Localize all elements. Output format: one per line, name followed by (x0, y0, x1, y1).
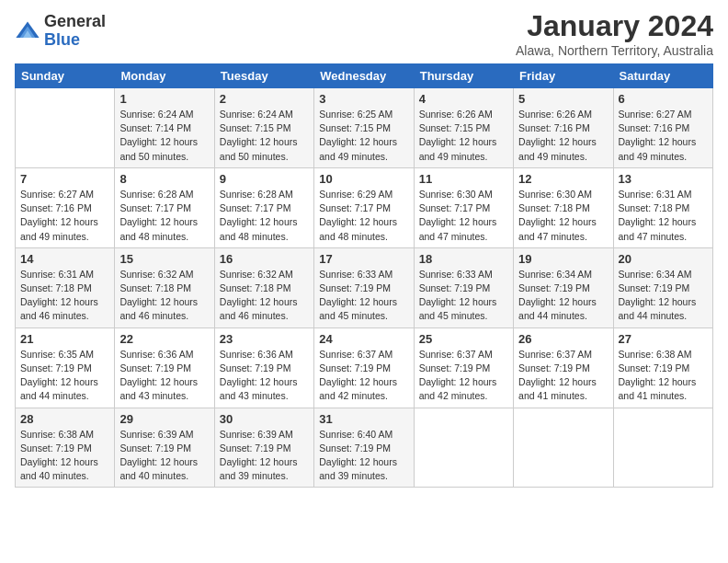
cell-day: 5Sunrise: 6:26 AMSunset: 7:16 PMDaylight… (514, 88, 613, 168)
cell-info: Sunrise: 6:24 AMSunset: 7:15 PMDaylight:… (220, 108, 309, 164)
title-block: January 2024 Alawa, Northern Territory, … (516, 9, 713, 58)
cell-info: Sunrise: 6:38 AMSunset: 7:19 PMDaylight:… (619, 348, 708, 404)
cell-day (16, 88, 115, 168)
cell-day (613, 408, 712, 488)
day-number: 30 (220, 412, 309, 426)
day-number: 21 (20, 332, 109, 346)
cell-info: Sunrise: 6:25 AMSunset: 7:15 PMDaylight:… (319, 108, 408, 164)
cell-info: Sunrise: 6:30 AMSunset: 7:17 PMDaylight:… (419, 188, 508, 244)
cell-info: Sunrise: 6:40 AMSunset: 7:19 PMDaylight:… (319, 428, 408, 484)
cell-day: 27Sunrise: 6:38 AMSunset: 7:19 PMDayligh… (613, 327, 712, 408)
day-number: 27 (619, 332, 708, 346)
day-number: 26 (518, 332, 608, 346)
day-number: 19 (518, 252, 608, 266)
cell-info: Sunrise: 6:33 AMSunset: 7:19 PMDaylight:… (419, 268, 508, 324)
cell-info: Sunrise: 6:36 AMSunset: 7:19 PMDaylight:… (119, 348, 209, 404)
cell-day: 12Sunrise: 6:30 AMSunset: 7:18 PMDayligh… (514, 167, 613, 247)
day-number: 2 (220, 92, 309, 106)
cell-day: 30Sunrise: 6:39 AMSunset: 7:19 PMDayligh… (214, 408, 313, 488)
cell-info: Sunrise: 6:27 AMSunset: 7:16 PMDaylight:… (619, 108, 708, 164)
cell-day (414, 408, 513, 488)
cell-day: 8Sunrise: 6:28 AMSunset: 7:17 PMDaylight… (115, 167, 214, 247)
day-number: 9 (220, 172, 309, 186)
cell-day: 21Sunrise: 6:35 AMSunset: 7:19 PMDayligh… (16, 327, 115, 408)
cell-info: Sunrise: 6:27 AMSunset: 7:16 PMDaylight:… (20, 188, 109, 244)
logo-icon (15, 18, 40, 44)
cell-day: 20Sunrise: 6:34 AMSunset: 7:19 PMDayligh… (613, 247, 712, 327)
week-row-5: 28Sunrise: 6:38 AMSunset: 7:19 PMDayligh… (16, 408, 713, 488)
day-number: 6 (619, 92, 708, 106)
cell-info: Sunrise: 6:39 AMSunset: 7:19 PMDaylight:… (119, 428, 209, 484)
day-number: 3 (319, 92, 408, 106)
day-number: 4 (419, 92, 508, 106)
cell-info: Sunrise: 6:33 AMSunset: 7:19 PMDaylight:… (319, 268, 408, 324)
cell-day: 18Sunrise: 6:33 AMSunset: 7:19 PMDayligh… (414, 247, 513, 327)
calendar-table: SundayMondayTuesdayWednesdayThursdayFrid… (15, 63, 713, 488)
cell-day: 17Sunrise: 6:33 AMSunset: 7:19 PMDayligh… (314, 247, 414, 327)
cell-info: Sunrise: 6:39 AMSunset: 7:19 PMDaylight:… (220, 428, 309, 484)
cell-day: 9Sunrise: 6:28 AMSunset: 7:17 PMDaylight… (214, 167, 313, 247)
cell-day: 31Sunrise: 6:40 AMSunset: 7:19 PMDayligh… (314, 408, 414, 488)
cell-day: 6Sunrise: 6:27 AMSunset: 7:16 PMDaylight… (613, 88, 712, 168)
cell-info: Sunrise: 6:31 AMSunset: 7:18 PMDaylight:… (619, 188, 708, 244)
cell-day: 1Sunrise: 6:24 AMSunset: 7:14 PMDaylight… (115, 88, 214, 168)
cell-day: 7Sunrise: 6:27 AMSunset: 7:16 PMDaylight… (16, 167, 115, 247)
day-number: 25 (419, 332, 508, 346)
day-number: 24 (319, 332, 408, 346)
header-wednesday: Wednesday (314, 64, 414, 88)
month-year-title: January 2024 (516, 9, 713, 43)
header-sunday: Sunday (16, 64, 115, 88)
cell-info: Sunrise: 6:24 AMSunset: 7:14 PMDaylight:… (119, 108, 209, 164)
cell-info: Sunrise: 6:26 AMSunset: 7:16 PMDaylight:… (518, 108, 608, 164)
header-tuesday: Tuesday (214, 64, 313, 88)
cell-day: 4Sunrise: 6:26 AMSunset: 7:15 PMDaylight… (414, 88, 513, 168)
header-thursday: Thursday (414, 64, 513, 88)
cell-info: Sunrise: 6:26 AMSunset: 7:15 PMDaylight:… (419, 108, 508, 164)
day-number: 23 (220, 332, 309, 346)
cell-day: 23Sunrise: 6:36 AMSunset: 7:19 PMDayligh… (214, 327, 313, 408)
logo: General Blue (15, 13, 106, 50)
cell-day: 26Sunrise: 6:37 AMSunset: 7:19 PMDayligh… (514, 327, 613, 408)
day-number: 11 (419, 172, 508, 186)
day-number: 15 (119, 252, 209, 266)
cell-day: 24Sunrise: 6:37 AMSunset: 7:19 PMDayligh… (314, 327, 414, 408)
cell-day: 19Sunrise: 6:34 AMSunset: 7:19 PMDayligh… (514, 247, 613, 327)
cell-info: Sunrise: 6:30 AMSunset: 7:18 PMDaylight:… (518, 188, 608, 244)
day-number: 17 (319, 252, 408, 266)
day-number: 10 (319, 172, 408, 186)
cell-info: Sunrise: 6:35 AMSunset: 7:19 PMDaylight:… (20, 348, 109, 404)
day-number: 1 (119, 92, 209, 106)
cell-info: Sunrise: 6:37 AMSunset: 7:19 PMDaylight:… (419, 348, 508, 404)
cell-info: Sunrise: 6:29 AMSunset: 7:17 PMDaylight:… (319, 188, 408, 244)
cell-info: Sunrise: 6:32 AMSunset: 7:18 PMDaylight:… (220, 268, 309, 324)
day-number: 29 (119, 412, 209, 426)
header-saturday: Saturday (613, 64, 712, 88)
day-number: 18 (419, 252, 508, 266)
location-subtitle: Alawa, Northern Territory, Australia (516, 43, 713, 58)
week-row-3: 14Sunrise: 6:31 AMSunset: 7:18 PMDayligh… (16, 247, 713, 327)
cell-info: Sunrise: 6:38 AMSunset: 7:19 PMDaylight:… (20, 428, 109, 484)
cell-day: 25Sunrise: 6:37 AMSunset: 7:19 PMDayligh… (414, 327, 513, 408)
day-number: 12 (518, 172, 608, 186)
logo-blue-label: Blue (44, 31, 106, 50)
cell-info: Sunrise: 6:34 AMSunset: 7:19 PMDaylight:… (619, 268, 708, 324)
page-header: General Blue January 2024 Alawa, Norther… (15, 9, 713, 58)
cell-info: Sunrise: 6:28 AMSunset: 7:17 PMDaylight:… (220, 188, 309, 244)
cell-day: 2Sunrise: 6:24 AMSunset: 7:15 PMDaylight… (214, 88, 313, 168)
week-row-4: 21Sunrise: 6:35 AMSunset: 7:19 PMDayligh… (16, 327, 713, 408)
header-monday: Monday (115, 64, 214, 88)
cell-info: Sunrise: 6:28 AMSunset: 7:17 PMDaylight:… (119, 188, 209, 244)
header-friday: Friday (514, 64, 613, 88)
day-number: 5 (518, 92, 608, 106)
cell-day: 13Sunrise: 6:31 AMSunset: 7:18 PMDayligh… (613, 167, 712, 247)
cell-day: 10Sunrise: 6:29 AMSunset: 7:17 PMDayligh… (314, 167, 414, 247)
day-number: 7 (20, 172, 109, 186)
day-number: 31 (319, 412, 408, 426)
cell-day: 14Sunrise: 6:31 AMSunset: 7:18 PMDayligh… (16, 247, 115, 327)
cell-info: Sunrise: 6:34 AMSunset: 7:19 PMDaylight:… (518, 268, 608, 324)
logo-general-label: General (44, 13, 106, 31)
cell-day: 11Sunrise: 6:30 AMSunset: 7:17 PMDayligh… (414, 167, 513, 247)
calendar-header-row: SundayMondayTuesdayWednesdayThursdayFrid… (16, 64, 713, 88)
cell-info: Sunrise: 6:36 AMSunset: 7:19 PMDaylight:… (220, 348, 309, 404)
cell-info: Sunrise: 6:37 AMSunset: 7:19 PMDaylight:… (518, 348, 608, 404)
